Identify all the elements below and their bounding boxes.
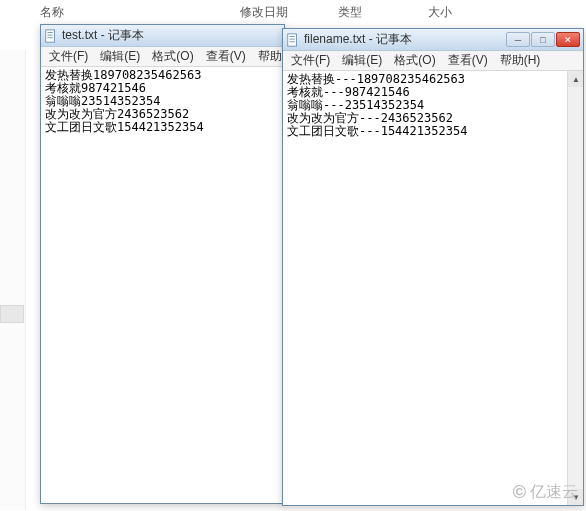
editor-area: 发热替换189708235462563 考核就987421546 翁嗡嗡2351…	[41, 67, 284, 503]
scroll-up-arrow-icon[interactable]: ▲	[568, 71, 583, 87]
notepad-window-test[interactable]: test.txt - 记事本 文件(F) 编辑(E) 格式(O) 查看(V) 帮…	[40, 24, 285, 504]
window-title: test.txt - 记事本	[62, 27, 281, 44]
column-type[interactable]: 类型	[330, 0, 420, 26]
menu-edit[interactable]: 编辑(E)	[336, 50, 388, 71]
menu-format[interactable]: 格式(O)	[388, 50, 441, 71]
menu-file[interactable]: 文件(F)	[43, 46, 94, 67]
menubar: 文件(F) 编辑(E) 格式(O) 查看(V) 帮助(H)	[283, 51, 583, 71]
notepad-icon	[286, 33, 300, 47]
window-buttons: ─ □ ✕	[506, 32, 580, 47]
watermark-text: 亿速云	[530, 482, 578, 503]
notepad-window-filename[interactable]: filename.txt - 记事本 ─ □ ✕ 文件(F) 编辑(E) 格式(…	[282, 28, 584, 506]
text-content[interactable]: 发热替换---189708235462563 考核就---987421546 翁…	[283, 71, 567, 505]
menu-file[interactable]: 文件(F)	[285, 50, 336, 71]
menu-view[interactable]: 查看(V)	[200, 46, 252, 67]
vertical-scrollbar[interactable]: ▲ ▼	[567, 71, 583, 505]
column-name[interactable]: 名称	[32, 0, 232, 26]
maximize-button[interactable]: □	[531, 32, 555, 47]
explorer-column-header: 名称 修改日期 类型 大小	[0, 0, 586, 26]
text-content[interactable]: 发热替换189708235462563 考核就987421546 翁嗡嗡2351…	[41, 67, 284, 503]
watermark-icon: ©	[513, 482, 526, 503]
menu-help[interactable]: 帮助(H)	[494, 50, 547, 71]
editor-area: 发热替换---189708235462563 考核就---987421546 翁…	[283, 71, 583, 505]
column-date[interactable]: 修改日期	[232, 0, 330, 26]
window-title: filename.txt - 记事本	[304, 31, 506, 48]
titlebar[interactable]: filename.txt - 记事本 ─ □ ✕	[283, 29, 583, 51]
menu-view[interactable]: 查看(V)	[442, 50, 494, 71]
close-button[interactable]: ✕	[556, 32, 580, 47]
svg-rect-4	[288, 33, 297, 45]
explorer-sidebar	[0, 50, 26, 510]
titlebar[interactable]: test.txt - 记事本	[41, 25, 284, 47]
watermark: © 亿速云	[513, 482, 578, 503]
notepad-icon	[44, 29, 58, 43]
menu-edit[interactable]: 编辑(E)	[94, 46, 146, 67]
column-size[interactable]: 大小	[420, 0, 500, 26]
svg-rect-0	[46, 29, 55, 41]
minimize-button[interactable]: ─	[506, 32, 530, 47]
menu-format[interactable]: 格式(O)	[146, 46, 199, 67]
sidebar-marker	[0, 305, 24, 323]
menubar: 文件(F) 编辑(E) 格式(O) 查看(V) 帮助(H)	[41, 47, 284, 67]
